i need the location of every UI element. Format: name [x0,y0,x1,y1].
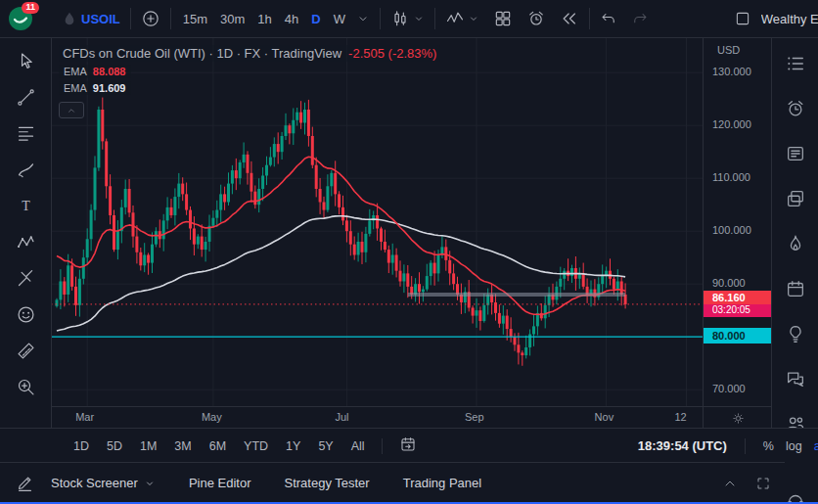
bottom-panel: Stock Screener Pine Editor Strategy Test… [0,462,785,503]
chat-button[interactable] [781,364,810,393]
interval-1w[interactable]: W [328,9,351,29]
redo-button[interactable] [627,7,653,30]
divider [382,438,383,454]
chart-type-button[interactable] [386,6,429,31]
bar-replay-button[interactable] [556,6,583,31]
ema-2-legend-row[interactable]: EMA 91.609 [59,81,131,95]
trading-panel-tab[interactable]: Trading Panel [386,470,498,496]
brush-tool-button[interactable] [9,156,42,183]
bottom-toolbar: 1D 5D 1M 3M 6M YTD 1Y 5Y All 18:39:54 (U… [0,428,818,463]
newspaper-icon [785,143,806,164]
undo-arrow-icon [600,10,617,27]
emoji-tool-button[interactable] [9,300,42,328]
drawing-toolbar: T [0,37,52,437]
ema-label: EMA [64,66,87,77]
legend-title-row[interactable]: CFDs on Crude Oil (WTI) · 1D · FX · Trad… [59,45,440,62]
interval-1d[interactable]: D [305,9,326,29]
ema-1-legend-row[interactable]: EMA 88.088 [59,65,131,78]
watchlist-button[interactable] [781,49,810,78]
range-5y-button[interactable]: 5Y [311,436,340,456]
divider [170,8,171,29]
range-1d-button[interactable]: 1D [67,436,96,456]
interval-30m[interactable]: 30m [214,9,250,29]
strategy-tester-tab[interactable]: Strategy Tester [267,470,386,496]
last-price-value: 86.160 [704,291,772,304]
pattern-tool-button[interactable] [9,228,42,255]
interval-1h[interactable]: 1h [251,9,277,29]
ema-2-value: 91.609 [93,82,126,94]
price-change: -2.505 (-2.83%) [348,46,436,61]
range-all-button[interactable]: All [344,436,372,456]
ideas-button[interactable] [781,319,810,348]
save-layout-button[interactable] [730,7,755,30]
tradingview-app: 11 USOIL 15m 30m 1h 4h D W [0,0,818,504]
chevron-down-icon [356,12,370,25]
ruler-icon [16,341,36,361]
axis-settings-corner[interactable] [703,406,772,429]
price-axis[interactable]: USD 86.160 03:20:05 80.000 70.00080.0009… [703,37,772,406]
time-axis-label: Sep [465,411,484,423]
percent-scale-toggle[interactable]: % [763,439,774,453]
fib-retracement-tool-button[interactable] [9,119,42,147]
flame-icon [785,233,806,254]
interval-4h[interactable]: 4h [279,9,304,29]
range-5d-button[interactable]: 5D [100,436,129,456]
fib-retracement-icon [16,123,36,144]
intervals-menu-button[interactable] [352,9,374,28]
layered-cards-icon [785,188,806,209]
undo-button[interactable] [596,7,621,30]
plus-circle-icon [141,9,160,28]
layout-grid-button[interactable] [489,6,517,31]
range-1m-button[interactable]: 1M [133,436,163,456]
zoom-tool-button[interactable] [9,373,42,400]
alert-button[interactable] [523,6,550,31]
clock-label[interactable]: 18:39:54 (UTC) [638,438,727,453]
panel-expand-chevron-icon[interactable] [722,476,738,491]
chevron-down-icon [468,13,479,24]
ema-label: EMA [64,82,87,94]
chart-legend: CFDs on Crude Oil (WTI) · 1D · FX · Trad… [59,45,440,118]
trend-line-icon [16,87,36,108]
indicators-icon [445,9,465,28]
symbol-add-button[interactable] [137,6,164,31]
indicators-button[interactable] [441,6,483,31]
stock-screener-tab[interactable]: Stock Screener [34,470,172,496]
pine-editor-tab[interactable]: Pine Editor [172,470,268,496]
legend-collapse-button[interactable] [59,102,84,118]
range-ytd-button[interactable]: YTD [237,436,275,456]
layout-square-icon [734,10,751,27]
news-button[interactable] [781,139,810,168]
symbol-button[interactable]: USOIL [57,7,124,30]
log-scale-toggle[interactable]: log [786,439,802,453]
range-6m-button[interactable]: 6M [203,436,233,456]
redo-arrow-icon [631,10,649,27]
hotlists-button[interactable] [781,229,810,258]
alerts-button[interactable] [781,94,810,123]
measure-tool-button[interactable] [9,337,42,364]
price-axis-label: 120.000 [712,118,751,130]
layout-name-label[interactable]: Wealthy Ed [761,12,818,26]
chevron-down-icon [144,478,156,489]
ema-1-value: 88.088 [93,66,126,77]
brush-icon [16,160,36,180]
time-axis[interactable]: MarMayJulSepNov12 [51,406,703,429]
bar-countdown: 03:20:05 [704,304,772,317]
broker-logo[interactable]: 11 [8,6,33,31]
fullscreen-icon[interactable] [755,476,771,491]
calendar-button[interactable] [781,274,810,303]
time-axis-label: Jul [335,411,348,423]
interval-15m[interactable]: 15m [177,9,213,29]
auto-scale-toggle[interactable]: auto [814,439,818,453]
range-1y-button[interactable]: 1Y [279,436,307,456]
data-window-button[interactable] [781,184,810,213]
go-to-date-button[interactable] [392,433,424,459]
divider [589,8,590,29]
range-3m-button[interactable]: 3M [167,436,198,456]
text-tool-button[interactable]: T [9,192,42,219]
cursor-tool-button[interactable] [9,47,42,74]
pitchfork-tool-button[interactable] [9,264,42,292]
drawing-panel-button[interactable] [16,474,34,492]
grid-layout-icon [493,9,513,28]
chat-bubbles-icon [785,368,806,389]
trend-line-tool-button[interactable] [9,83,42,111]
